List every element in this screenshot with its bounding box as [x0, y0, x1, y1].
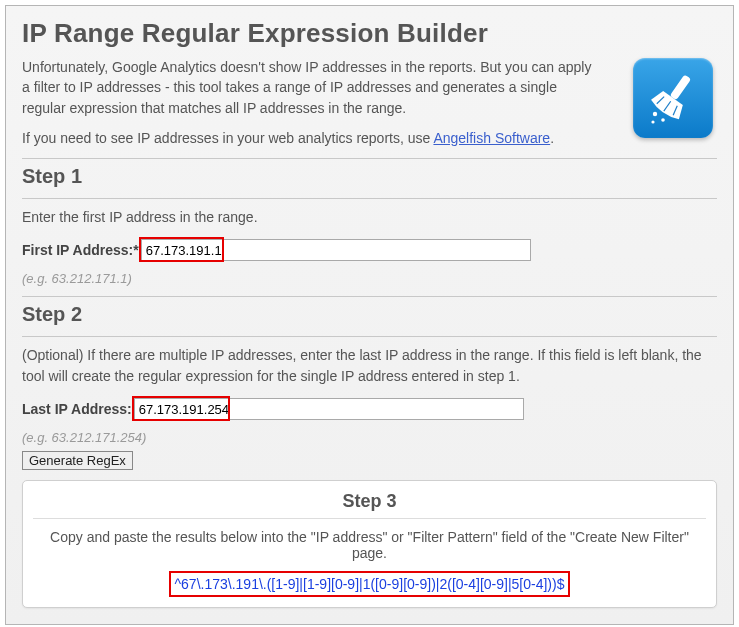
- intro-suffix: .: [550, 130, 554, 146]
- step2-heading: Step 2: [22, 303, 717, 326]
- last-ip-row: Last IP Address:: [22, 398, 717, 420]
- first-ip-row: First IP Address:*: [22, 239, 717, 261]
- first-ip-label: First IP Address:*: [22, 242, 139, 258]
- svg-rect-0: [670, 74, 691, 100]
- step1-desc: Enter the first IP address in the range.: [22, 207, 717, 227]
- last-ip-input[interactable]: [134, 398, 524, 420]
- first-ip-input[interactable]: [141, 239, 531, 261]
- generate-regex-button[interactable]: Generate RegEx: [22, 451, 133, 470]
- svg-point-6: [661, 118, 665, 122]
- tool-panel: IP Range Regular Expression Builder Unfo…: [5, 5, 734, 625]
- step2-desc: (Optional) If there are multiple IP addr…: [22, 345, 717, 386]
- first-ip-hint: (e.g. 63.212.171.1): [22, 271, 717, 286]
- page-title: IP Range Regular Expression Builder: [22, 18, 717, 49]
- step3-heading: Step 3: [33, 491, 706, 519]
- divider: [22, 296, 717, 297]
- divider: [22, 336, 717, 337]
- last-ip-hint: (e.g. 63.212.171.254): [22, 430, 717, 445]
- svg-point-4: [653, 112, 657, 116]
- svg-point-5: [651, 120, 654, 123]
- result-card: Step 3 Copy and paste the results below …: [22, 480, 717, 608]
- regex-output[interactable]: ^67\.173\.191\.([1-9]|[1-9][0-9]|1([0-9]…: [175, 576, 565, 592]
- intro-prefix: If you need to see IP addresses in your …: [22, 130, 433, 146]
- step3-desc: Copy and paste the results below into th…: [33, 529, 706, 561]
- angelfish-link[interactable]: Angelfish Software: [433, 130, 550, 146]
- last-ip-label: Last IP Address:: [22, 401, 132, 417]
- sweep-icon: [633, 58, 713, 138]
- step1-heading: Step 1: [22, 165, 717, 188]
- intro-text-1: Unfortunately, Google Analytics doesn't …: [22, 57, 602, 118]
- divider: [22, 158, 717, 159]
- divider: [22, 198, 717, 199]
- intro-text-2: If you need to see IP addresses in your …: [22, 128, 602, 148]
